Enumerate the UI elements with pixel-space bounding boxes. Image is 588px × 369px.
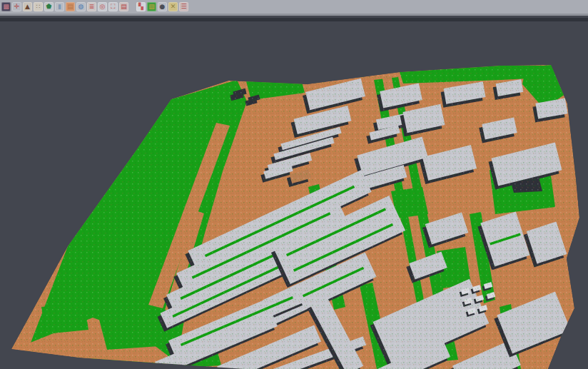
clip-x-icon[interactable]: ✕ <box>168 2 178 11</box>
column-icon[interactable]: ▮ <box>55 2 64 11</box>
mesh-hill-icon[interactable]: ⬟ <box>44 2 54 11</box>
register-pairs-icon[interactable]: ✛ <box>12 2 21 11</box>
application-window: ▩✛▲∷⬟▮▤◍≣◎⛶▤▚▧●✕☰ <box>0 0 588 369</box>
target-icon[interactable]: ◎ <box>98 2 107 11</box>
open-cloud-icon[interactable]: ▩ <box>1 2 11 11</box>
point-speckle-overlay <box>0 0 588 369</box>
list-red-icon[interactable]: ≣ <box>87 2 96 11</box>
toolbar: ▩✛▲∷⬟▮▤◍≣◎⛶▤▚▧●✕☰ <box>0 0 588 16</box>
classification-map-icon[interactable]: ▧ <box>147 2 156 11</box>
layers-red-icon[interactable]: ☰ <box>179 2 188 11</box>
sphere-dark-icon[interactable]: ● <box>158 2 167 11</box>
checker-icon[interactable]: ▚ <box>136 2 146 11</box>
viewport-3d[interactable] <box>0 18 588 369</box>
points-icon[interactable]: ∷ <box>34 2 43 11</box>
pointcloud <box>0 0 588 369</box>
stripes-red-icon[interactable]: ▤ <box>119 2 128 11</box>
globe-icon[interactable]: ◍ <box>76 2 86 11</box>
toolbar-divider <box>0 18 588 21</box>
selection-box-icon[interactable]: ⛶ <box>108 2 118 11</box>
terrain-icon[interactable]: ▲ <box>23 2 32 11</box>
ortho-image-icon[interactable]: ▤ <box>66 2 75 11</box>
pointcloud-svg <box>0 0 588 369</box>
